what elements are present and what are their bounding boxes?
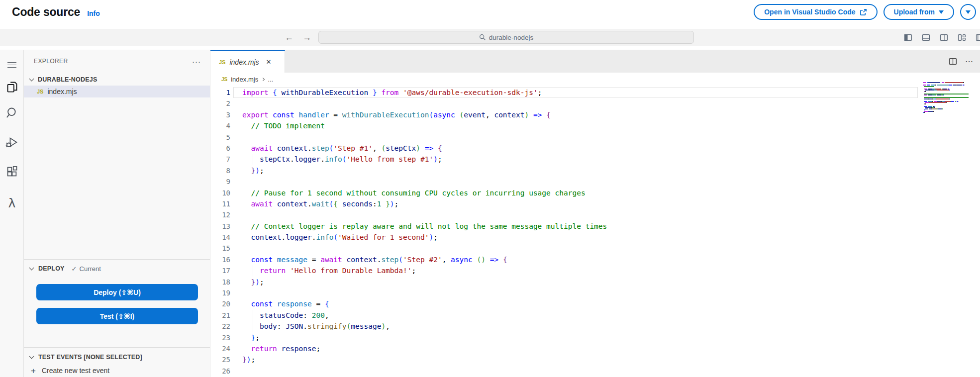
code-line[interactable]: 11 await context.wait({ seconds:1 }); bbox=[210, 198, 918, 209]
code-line[interactable]: 16 const message = await context.step('S… bbox=[210, 254, 918, 265]
section-divider bbox=[24, 259, 210, 260]
code-line[interactable]: 1import { withDurableExecution } from '@… bbox=[210, 87, 918, 98]
close-tab-icon[interactable]: ✕ bbox=[266, 58, 272, 66]
folder-label: DURABLE-NODEJS bbox=[38, 76, 97, 83]
code-line[interactable]: 15 bbox=[210, 243, 918, 254]
code-line[interactable]: 5 bbox=[210, 132, 918, 143]
toggle-secondary-sidebar-icon[interactable] bbox=[940, 33, 948, 42]
search-icon bbox=[479, 34, 486, 41]
run-debug-button[interactable] bbox=[0, 134, 24, 151]
sidebar-file-index-mjs[interactable]: JS index.mjs bbox=[24, 86, 210, 97]
code-line[interactable]: 9 bbox=[210, 176, 918, 187]
activity-bar: λ bbox=[0, 50, 24, 377]
info-link[interactable]: Info bbox=[87, 9, 100, 17]
check-icon: ✓ bbox=[72, 265, 77, 273]
chevron-down-icon bbox=[29, 77, 34, 82]
test-events-title: TEST EVENTS [NONE SELECTED] bbox=[38, 354, 142, 361]
extensions-button[interactable] bbox=[0, 163, 24, 180]
chevron-right-icon bbox=[261, 78, 265, 81]
tab-bar: JS index.mjs ✕ ⋯ bbox=[210, 50, 980, 73]
code-line[interactable]: 21 statusCode: 200, bbox=[210, 310, 918, 321]
breadcrumb-file[interactable]: index.mjs bbox=[231, 76, 258, 83]
explorer-header: EXPLORER ··· bbox=[24, 55, 210, 67]
code-line[interactable]: 12 bbox=[210, 209, 918, 220]
split-editor-icon[interactable] bbox=[949, 57, 957, 66]
code-line[interactable]: 7 stepCtx.logger.info('Hello from step #… bbox=[210, 154, 918, 165]
lambda-icon: λ bbox=[8, 196, 16, 210]
open-in-vscode-button[interactable]: Open in Visual Studio Code bbox=[754, 4, 877, 20]
code-line[interactable]: 19 bbox=[210, 287, 918, 298]
external-link-icon bbox=[860, 8, 867, 16]
hamburger-icon bbox=[7, 60, 16, 70]
debug-icon bbox=[5, 135, 19, 149]
editor-group: JS index.mjs ✕ ⋯ JS index.mjs ... 1impor… bbox=[210, 50, 980, 377]
deploy-button[interactable]: Deploy (⇧⌘U) bbox=[36, 284, 198, 300]
code-editor[interactable]: 1import { withDurableExecution } from '@… bbox=[210, 86, 980, 377]
deploy-title: DEPLOY bbox=[38, 265, 65, 272]
customize-layout-icon[interactable] bbox=[958, 33, 966, 42]
more-actions-dropdown-button[interactable] bbox=[960, 4, 976, 20]
code-line[interactable]: 4 // TODO implement bbox=[210, 120, 918, 131]
explorer-button[interactable] bbox=[0, 78, 24, 95]
code-lines: 1import { withDurableExecution } from '@… bbox=[210, 87, 918, 377]
toggle-panel-icon[interactable] bbox=[922, 33, 930, 42]
main-panel: λ EXPLORER ··· DURABLE-NODEJS JS index.m… bbox=[0, 50, 980, 377]
clipped-toolbar-icon[interactable] bbox=[976, 33, 980, 42]
file-label: index.mjs bbox=[47, 88, 77, 95]
navigate-forward-button[interactable]: → bbox=[302, 29, 311, 46]
create-new-test-event-button[interactable]: + Create new test event bbox=[24, 365, 210, 377]
code-line[interactable]: 23 }; bbox=[210, 332, 918, 343]
js-file-icon: JS bbox=[37, 89, 43, 94]
navigate-back-button[interactable]: ← bbox=[285, 29, 294, 46]
search-value: durable-nodejs bbox=[489, 34, 533, 41]
page-title: Code source bbox=[12, 5, 80, 19]
files-icon bbox=[5, 80, 19, 94]
code-line[interactable]: 26 bbox=[210, 366, 918, 377]
code-line[interactable]: 14 context.logger.info('Waited for 1 sec… bbox=[210, 232, 918, 243]
code-line[interactable]: 25}); bbox=[210, 354, 918, 365]
chevron-down-icon bbox=[29, 354, 34, 359]
caret-down-icon bbox=[966, 10, 971, 14]
breadcrumb: JS index.mjs ... bbox=[210, 73, 980, 86]
explorer-title: EXPLORER bbox=[34, 58, 68, 65]
plus-icon: + bbox=[31, 367, 36, 375]
test-events-section-header[interactable]: TEST EVENTS [NONE SELECTED] bbox=[24, 352, 210, 363]
editor-more-actions-icon[interactable]: ⋯ bbox=[965, 57, 973, 66]
code-line[interactable]: 20 const response = { bbox=[210, 298, 918, 309]
code-line[interactable]: 8 }); bbox=[210, 165, 918, 176]
breadcrumb-symbol[interactable]: ... bbox=[268, 76, 273, 83]
search-icon bbox=[5, 106, 19, 119]
explorer-more-actions-icon[interactable]: ··· bbox=[192, 57, 201, 66]
lambda-test-button[interactable]: λ bbox=[0, 194, 24, 211]
code-line[interactable]: 17 return 'Hello from Durable Lambda!'; bbox=[210, 265, 918, 276]
chevron-down-icon bbox=[29, 266, 34, 271]
minimap[interactable] bbox=[923, 82, 969, 114]
sidebar: EXPLORER ··· DURABLE-NODEJS JS index.mjs… bbox=[24, 50, 210, 377]
section-divider bbox=[24, 347, 210, 348]
code-line[interactable]: 3export const handler = withDurableExecu… bbox=[210, 109, 918, 120]
test-button[interactable]: Test (⇧⌘I) bbox=[36, 308, 198, 324]
code-line[interactable]: 13 // Context logger is replay aware and… bbox=[210, 221, 918, 232]
code-line[interactable]: 10 // Pause for 1 second without consumi… bbox=[210, 188, 918, 198]
code-line[interactable]: 6 await context.step('Step #1', (stepCtx… bbox=[210, 143, 918, 154]
tab-index-mjs[interactable]: JS index.mjs ✕ bbox=[210, 50, 285, 73]
deploy-section-header[interactable]: DEPLOY ✓ Current bbox=[24, 263, 210, 274]
tab-label: index.mjs bbox=[229, 58, 259, 66]
extensions-icon bbox=[5, 165, 19, 178]
editor-toolbar: ← → durable-nodejs bbox=[0, 29, 980, 46]
code-line[interactable]: 2 bbox=[210, 98, 918, 109]
open-in-vscode-label: Open in Visual Studio Code bbox=[764, 8, 855, 16]
code-line[interactable]: 24 return response; bbox=[210, 343, 918, 354]
search-input[interactable]: durable-nodejs bbox=[318, 31, 694, 44]
sidebar-folder-durable-nodejs[interactable]: DURABLE-NODEJS bbox=[24, 74, 210, 85]
search-view-button[interactable] bbox=[0, 104, 24, 121]
code-line[interactable]: 18 }); bbox=[210, 277, 918, 287]
js-file-icon: JS bbox=[221, 77, 227, 82]
upload-from-button[interactable]: Upload from bbox=[883, 4, 954, 20]
upload-from-label: Upload from bbox=[894, 8, 935, 16]
js-file-icon: JS bbox=[219, 59, 225, 65]
toggle-primary-sidebar-icon[interactable] bbox=[904, 33, 912, 42]
code-line[interactable]: 22 body: JSON.stringify(message), bbox=[210, 321, 918, 332]
menu-button[interactable] bbox=[0, 56, 24, 73]
page-header: Code source Info Open in Visual Studio C… bbox=[0, 0, 980, 29]
